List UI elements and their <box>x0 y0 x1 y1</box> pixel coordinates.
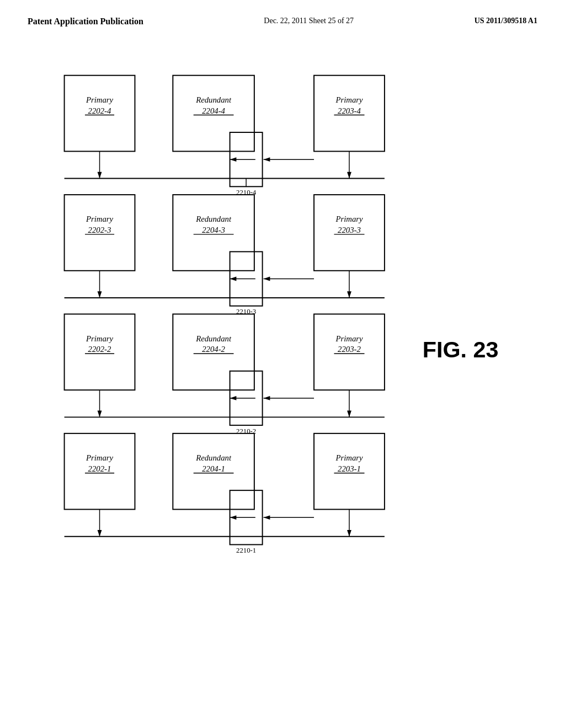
svg-marker-46 <box>264 277 270 281</box>
svg-text:Primary: Primary <box>335 95 363 104</box>
svg-text:Redundant: Redundant <box>195 453 232 462</box>
svg-text:Redundant: Redundant <box>195 334 232 343</box>
svg-text:2203-2: 2203-2 <box>338 345 361 354</box>
svg-text:2202-2: 2202-2 <box>88 345 111 354</box>
svg-text:Primary: Primary <box>86 453 114 462</box>
svg-marker-92 <box>264 515 270 520</box>
svg-text:2203-1: 2203-1 <box>338 464 361 473</box>
svg-marker-39 <box>98 291 102 298</box>
svg-text:Primary: Primary <box>86 95 114 104</box>
publication-label: Patent Application Publication <box>28 17 143 26</box>
svg-marker-17 <box>347 172 351 179</box>
patent-number: US 2011/309518 A1 <box>475 17 537 25</box>
diagram-area: Primary 2202-4 Redundant 2204-4 Primary … <box>0 32 565 694</box>
svg-marker-62 <box>98 411 102 417</box>
svg-text:2204-4: 2204-4 <box>202 106 225 115</box>
svg-marker-67 <box>230 396 237 400</box>
svg-marker-41 <box>347 291 351 298</box>
svg-marker-87 <box>347 530 351 537</box>
svg-marker-20 <box>230 157 237 162</box>
svg-text:2203-3: 2203-3 <box>338 226 361 234</box>
svg-text:Primary: Primary <box>335 215 363 223</box>
svg-text:Primary: Primary <box>335 334 363 343</box>
svg-text:2202-1: 2202-1 <box>88 464 111 473</box>
svg-text:2202-4: 2202-4 <box>88 106 111 115</box>
svg-text:Redundant: Redundant <box>195 95 232 104</box>
svg-text:Primary: Primary <box>335 453 363 462</box>
svg-marker-69 <box>264 396 270 400</box>
svg-text:Primary: Primary <box>86 334 114 343</box>
svg-marker-90 <box>230 515 237 520</box>
svg-marker-15 <box>98 172 102 179</box>
svg-text:2210-1: 2210-1 <box>236 547 256 554</box>
publication-info: Dec. 22, 2011 Sheet 25 of 27 <box>264 17 354 25</box>
svg-marker-64 <box>347 411 351 417</box>
svg-text:FIG. 23: FIG. 23 <box>423 337 499 362</box>
svg-text:2204-1: 2204-1 <box>202 464 225 473</box>
svg-text:2204-2: 2204-2 <box>202 345 225 354</box>
svg-text:Redundant: Redundant <box>195 215 232 223</box>
svg-text:2204-3: 2204-3 <box>202 226 225 234</box>
svg-marker-85 <box>98 530 102 537</box>
page-header: Patent Application Publication Dec. 22, … <box>0 0 565 32</box>
svg-marker-22 <box>264 157 270 162</box>
svg-marker-44 <box>230 277 237 281</box>
svg-text:2203-4: 2203-4 <box>338 106 361 115</box>
svg-text:2202-3: 2202-3 <box>88 226 111 234</box>
svg-text:Primary: Primary <box>86 215 114 223</box>
